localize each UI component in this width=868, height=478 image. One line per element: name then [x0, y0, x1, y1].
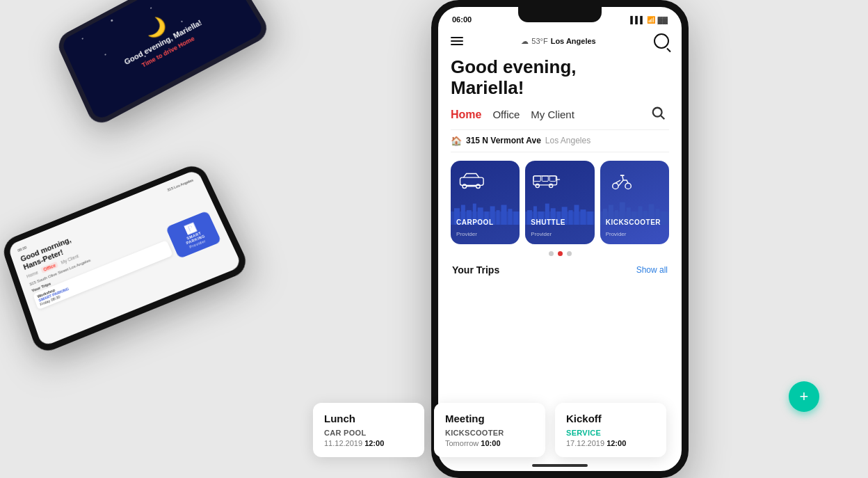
add-trip-button[interactable]: + — [789, 381, 819, 412]
carpool-name: CARPOOL — [456, 218, 494, 226]
show-all-button[interactable]: Show all — [636, 265, 668, 275]
trip-meeting-mode: KICKSCOOTER — [445, 429, 534, 437]
wifi-icon: 📶 — [647, 16, 655, 24]
morning-screen: 08:00 315 Los Angeles Good morning,Hans-… — [8, 169, 243, 347]
transport-cards: CARPOOL Provider — [451, 161, 669, 244]
svg-line-1 — [661, 115, 664, 119]
star — [104, 54, 106, 56]
hamburger-line — [451, 37, 463, 38]
svg-rect-15 — [501, 205, 507, 225]
home-icon: 🏠 — [451, 136, 462, 146]
svg-point-37 — [612, 183, 618, 189]
svg-rect-19 — [533, 176, 540, 182]
floating-trip-cards: Lunch CAR POOL 11.12.2019 12:00 Meeting … — [313, 403, 666, 457]
trips-title: Your Trips — [452, 264, 499, 276]
dest-search-button[interactable] — [651, 106, 669, 124]
carpool-provider: Provider — [456, 231, 477, 237]
star — [111, 19, 113, 22]
trips-section: Your Trips Show all — [451, 264, 669, 276]
kickscooter-card[interactable]: KICKSCOOTER Provider — [600, 161, 669, 244]
trip-card-kickoff[interactable]: Kickoff SERVICE 17.12.2019 12:00 — [555, 403, 666, 457]
search-icon — [651, 106, 666, 121]
svg-rect-16 — [508, 209, 512, 225]
svg-point-0 — [653, 108, 662, 117]
trips-header: Your Trips Show all — [452, 264, 668, 276]
trip-meeting-name: Meeting — [445, 413, 534, 424]
svg-rect-21 — [550, 176, 556, 182]
svg-rect-51 — [661, 212, 666, 225]
trip-card-lunch[interactable]: Lunch CAR POOL 11.12.2019 12:00 — [313, 403, 424, 457]
kickscooter-label: KICKSCOOTER Provider — [606, 218, 661, 239]
star — [150, 7, 152, 9]
main-greeting: Good evening,Mariella! — [451, 57, 669, 99]
weather-temp: 53°F — [531, 37, 547, 45]
svg-point-38 — [625, 183, 631, 189]
signal-icon: ▌▌▌ — [630, 16, 645, 24]
carpool-icon-container — [456, 168, 514, 193]
nav-client[interactable]: My Client — [531, 109, 574, 120]
phone-night-body: 🌙 Good evening, Mariella! Time to drive … — [54, 0, 272, 128]
trip-card-meeting[interactable]: Meeting KICKSCOOTER Tomorrow 10:00 — [434, 403, 545, 457]
cloud-icon: ☁ — [521, 37, 529, 46]
nav-home[interactable]: Home — [451, 109, 481, 121]
shuttle-vehicle-icon — [532, 170, 561, 190]
location-text: Los Angeles — [551, 37, 596, 45]
morning-nav-home[interactable]: Home — [26, 270, 38, 279]
svg-rect-20 — [542, 176, 549, 182]
status-icons: ▌▌▌ 📶 ▓▓ — [630, 16, 668, 24]
phone-night: 🌙 Good evening, Mariella! Time to drive … — [54, 0, 272, 128]
trip-kickoff-name: Kickoff — [566, 413, 655, 424]
search-button[interactable] — [654, 33, 669, 49]
shuttle-name: SHUTTLE — [531, 218, 565, 226]
shuttle-label: SHUTTLE Provider — [531, 218, 565, 239]
svg-rect-18 — [533, 176, 557, 185]
svg-rect-33 — [569, 210, 573, 225]
plus-icon: + — [800, 388, 809, 406]
svg-rect-35 — [581, 209, 586, 225]
carpool-vehicle-icon — [458, 170, 487, 190]
trip-meeting-time: Tomorrow 10:00 — [445, 439, 534, 447]
address-city: Los Angeles — [545, 136, 590, 145]
phone-notch — [518, 7, 602, 22]
shuttle-provider: Provider — [531, 231, 552, 237]
nav-office[interactable]: Office — [492, 109, 520, 120]
status-time: 06:00 — [452, 15, 472, 24]
trip-lunch-mode: CAR POOL — [324, 429, 413, 437]
carpool-label: CARPOOL Provider — [456, 218, 494, 239]
scooter-icon-container — [606, 168, 664, 193]
night-screen-content: 🌙 Good evening, Mariella! Time to drive … — [113, 0, 208, 75]
app-top-bar: ☁ 53°F Los Angeles — [451, 28, 669, 54]
shuttle-icon-container — [531, 168, 588, 193]
kickscooter-provider: Provider — [606, 231, 627, 237]
morning-time: 08:00 — [17, 246, 27, 253]
shuttle-card[interactable]: SHUTTLE Provider — [525, 161, 594, 244]
trip-kickoff-mode: SERVICE — [566, 429, 655, 437]
address-bar: 🏠 315 N Vermont Ave Los Angeles — [451, 129, 669, 152]
dot-2[interactable] — [558, 251, 563, 256]
phone-morning-body: 08:00 315 Los Angeles Good morning,Hans-… — [0, 161, 251, 356]
hamburger-line — [451, 40, 463, 42]
svg-rect-14 — [497, 210, 500, 225]
trip-lunch-time: 11.12.2019 12:00 — [324, 439, 413, 447]
weather-location: ☁ 53°F Los Angeles — [521, 37, 595, 46]
app-content: ☁ 53°F Los Angeles Good evening,Mariella… — [438, 24, 682, 276]
phone-morning: 08:00 315 Los Angeles Good morning,Hans-… — [0, 161, 251, 356]
hamburger-line — [451, 44, 463, 45]
carousel-dots — [451, 251, 669, 256]
carpool-card[interactable]: CARPOOL Provider — [451, 161, 520, 244]
home-indicator — [532, 464, 588, 467]
svg-rect-36 — [588, 212, 593, 225]
dot-1[interactable] — [549, 251, 554, 256]
scooter-vehicle-icon — [607, 170, 636, 190]
menu-button[interactable] — [451, 37, 463, 45]
star — [81, 38, 83, 40]
dot-3[interactable] — [567, 251, 572, 256]
side-button — [687, 77, 689, 111]
svg-rect-34 — [574, 205, 579, 225]
trip-lunch-name: Lunch — [324, 413, 413, 424]
destination-nav: Home Office My Client — [451, 106, 669, 124]
kickscooter-name: KICKSCOOTER — [606, 218, 661, 226]
battery-icon: ▓▓ — [657, 16, 668, 24]
svg-rect-17 — [513, 212, 518, 225]
address-street: 315 N Vermont Ave — [466, 136, 541, 145]
